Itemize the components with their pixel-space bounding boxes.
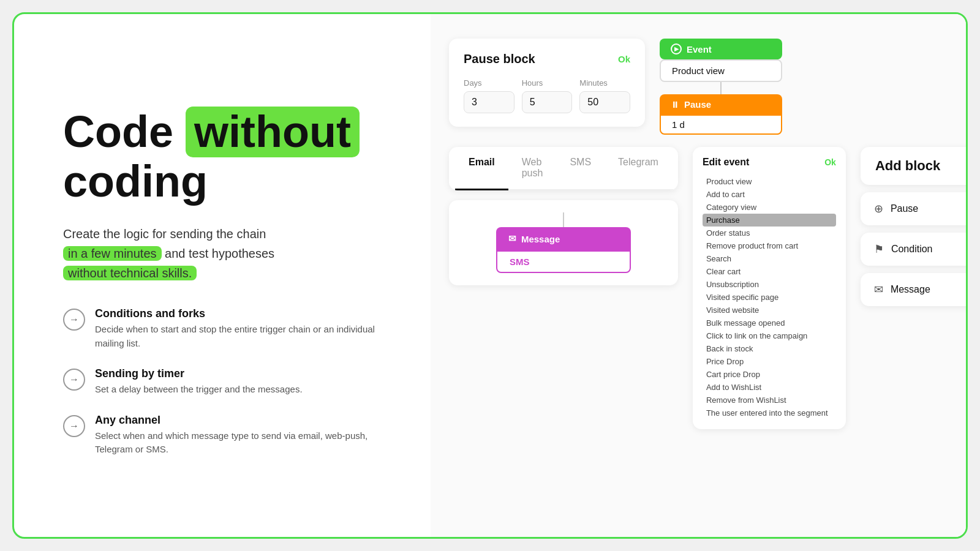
add-block-panel: Add block ⊕ Pause ⚑ Condition ✉ Message	[861, 147, 966, 306]
message-label: Message	[521, 234, 560, 244]
feature-conditions-desc: Decide when to start and stop the entire…	[95, 323, 394, 350]
tab-webpush[interactable]: Web push	[508, 147, 557, 190]
msg-connector	[563, 212, 564, 227]
feature-timer-desc: Set a delay between the trigger and the …	[95, 383, 303, 397]
event-item-15[interactable]: Cart price Drop	[703, 368, 836, 381]
flow-mini: ▶ Event Product view ⏸ Pause 1 d	[660, 39, 782, 135]
left-panel: Code without coding Create the logic for…	[14, 14, 431, 537]
add-pause-button[interactable]: ⊕ Pause	[861, 192, 966, 225]
event-item-5[interactable]: Remove product from cart	[703, 239, 836, 252]
minutes-input[interactable]	[579, 91, 630, 113]
feature-timer-text: Sending by timer Set a delay between the…	[95, 367, 303, 397]
tab-sms[interactable]: SMS	[556, 147, 605, 190]
minutes-field: Minutes	[579, 78, 630, 113]
add-block-title-card: Add block	[861, 147, 966, 185]
hours-label: Hours	[522, 78, 573, 88]
days-field: Days	[464, 78, 514, 113]
title-part1: Code	[63, 107, 186, 156]
pause-ok-button[interactable]: Ok	[618, 54, 630, 64]
event-item-9[interactable]: Visited specific page	[703, 291, 836, 304]
features-list: → Conditions and forks Decide when to st…	[63, 307, 394, 457]
pause-fields: Days Hours Minutes	[464, 78, 630, 113]
add-message-button[interactable]: ✉ Message	[861, 273, 966, 306]
pause-card-header: Pause block Ok	[464, 52, 630, 66]
hero-subtitle: Create the logic for sending the chain i…	[63, 224, 394, 283]
sms-node: SMS	[496, 250, 631, 273]
edit-event-card: Edit event Ok Product view Add to cart C…	[693, 147, 846, 429]
feature-conditions-title: Conditions and forks	[95, 307, 394, 320]
add-message-label: Message	[891, 284, 930, 295]
event-item-14[interactable]: Price Drop	[703, 355, 836, 368]
subtitle-highlight2: without technical skills.	[63, 266, 197, 280]
edit-event-header: Edit event Ok	[703, 157, 836, 168]
app-wrapper: Code without coding Create the logic for…	[12, 12, 968, 539]
pause-block-title: Pause block	[464, 52, 535, 66]
pause-add-icon: ⊕	[874, 202, 883, 216]
pause-block-card: Pause block Ok Days Hours Minutes	[449, 39, 645, 127]
edit-event-ok-button[interactable]: Ok	[824, 157, 836, 167]
play-icon: ▶	[671, 43, 682, 54]
sms-label: SMS	[510, 257, 530, 267]
event-item-7[interactable]: Clear cart	[703, 265, 836, 278]
condition-add-icon: ⚑	[874, 242, 884, 256]
tabs-row: Email Web push SMS Telegram	[449, 147, 678, 190]
event-node: ▶ Event	[660, 39, 782, 59]
flow-connector-1	[720, 82, 722, 94]
feature-timer-icon: →	[63, 369, 85, 391]
subtitle-highlight1: in a few minutes	[63, 246, 162, 261]
event-item-6[interactable]: Search	[703, 252, 836, 265]
days-label: Days	[464, 78, 514, 88]
event-item-10[interactable]: Visited website	[703, 304, 836, 317]
tab-telegram-label: Telegram	[618, 157, 658, 167]
pause-flow-icon: ⏸	[671, 100, 679, 110]
hero-title: Code without coding	[63, 107, 394, 206]
event-item-12[interactable]: Click to link on the campaign	[703, 329, 836, 342]
message-flow-card: ✉ Message SMS	[449, 200, 678, 285]
feature-channel-title: Any channel	[95, 414, 394, 427]
add-condition-label: Condition	[891, 244, 933, 255]
event-item-2[interactable]: Category view	[703, 201, 836, 214]
event-item-16[interactable]: Add to WishList	[703, 381, 836, 394]
subtitle-part2: and test hypotheses	[165, 247, 274, 260]
hours-input[interactable]	[522, 91, 573, 113]
tab-sms-label: SMS	[570, 157, 591, 167]
event-item-8[interactable]: Unsubscription	[703, 278, 836, 291]
right-panel: Pause block Ok Days Hours Minutes	[431, 14, 966, 537]
event-item-4[interactable]: Order status	[703, 227, 836, 239]
add-block-title: Add block	[875, 158, 940, 173]
tab-webpush-label: Web push	[522, 157, 543, 178]
event-item-17[interactable]: Remove from WishList	[703, 394, 836, 407]
subtitle-part1: Create the logic for sending the chain	[63, 227, 266, 241]
feature-conditions: → Conditions and forks Decide when to st…	[63, 307, 394, 350]
event-item-11[interactable]: Bulk message opened	[703, 317, 836, 329]
feature-conditions-text: Conditions and forks Decide when to star…	[95, 307, 394, 350]
tab-email[interactable]: Email	[455, 147, 508, 190]
event-item-1[interactable]: Add to cart	[703, 188, 836, 201]
add-condition-button[interactable]: ⚑ Condition	[861, 233, 966, 266]
tabs-flow-area: Email Web push SMS Telegram	[449, 147, 678, 285]
days-input[interactable]	[464, 91, 514, 113]
title-highlight: without	[186, 107, 360, 157]
feature-conditions-icon: →	[63, 309, 85, 331]
event-item-3[interactable]: Purchase	[703, 214, 836, 227]
edit-event-title: Edit event	[703, 157, 749, 168]
event-label: Event	[687, 44, 712, 54]
add-pause-label: Pause	[891, 203, 918, 214]
feature-timer-title: Sending by timer	[95, 367, 303, 380]
event-item-0[interactable]: Product view	[703, 175, 836, 188]
tab-email-label: Email	[469, 157, 495, 167]
feature-timer: → Sending by timer Set a delay between t…	[63, 367, 394, 397]
minutes-label: Minutes	[579, 78, 630, 88]
event-item-18[interactable]: The user entered into the segment	[703, 407, 836, 419]
feature-channel: → Any channel Select when and which mess…	[63, 414, 394, 457]
hours-field: Hours	[522, 78, 573, 113]
tab-telegram[interactable]: Telegram	[605, 147, 672, 190]
message-add-icon: ✉	[874, 283, 883, 296]
message-envelope-icon: ✉	[508, 233, 516, 244]
feature-channel-text: Any channel Select when and which messag…	[95, 414, 394, 457]
product-view-label: Product view	[672, 66, 725, 76]
bottom-row: Email Web push SMS Telegram	[449, 147, 941, 512]
pause-flow-node: ⏸ Pause	[660, 94, 782, 114]
event-item-13[interactable]: Back in stock	[703, 342, 836, 355]
tabs-card: Email Web push SMS Telegram	[449, 147, 678, 190]
